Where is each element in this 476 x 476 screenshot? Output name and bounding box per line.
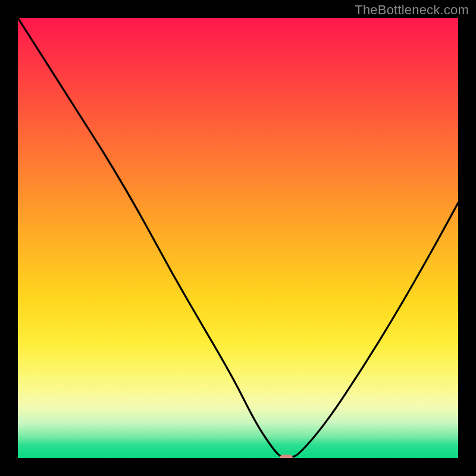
watermark-text: TheBottleneck.com (355, 2, 469, 18)
plot-area (18, 18, 458, 458)
chart-frame: TheBottleneck.com (0, 0, 476, 476)
bottleneck-curve-svg (18, 18, 458, 458)
bottleneck-curve-path (18, 18, 458, 458)
optimal-point-marker (280, 455, 293, 458)
